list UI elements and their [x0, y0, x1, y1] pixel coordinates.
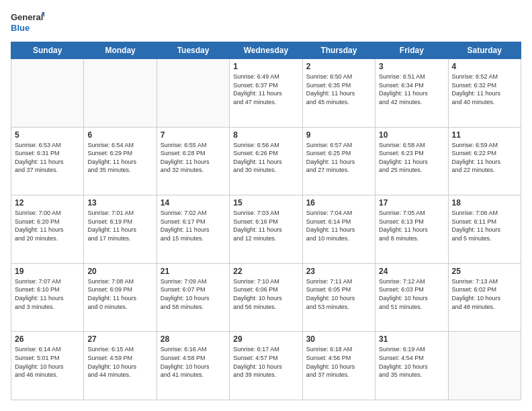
calendar-cell: 3Sunrise: 6:51 AM Sunset: 6:34 PM Daylig…: [375, 59, 448, 128]
day-info: Sunrise: 6:58 AM Sunset: 6:23 PM Dayligh…: [379, 141, 444, 175]
calendar-cell: 5Sunrise: 6:53 AM Sunset: 6:31 PM Daylig…: [11, 127, 84, 195]
day-number: 7: [161, 130, 226, 140]
day-number: 25: [452, 267, 517, 276]
day-number: 18: [452, 198, 517, 208]
day-header-wednesday: Wednesday: [230, 42, 302, 59]
calendar-cell: 30Sunrise: 6:18 AM Sunset: 4:56 PM Dayli…: [302, 332, 375, 400]
day-number: 30: [306, 334, 371, 344]
day-number: 29: [233, 334, 298, 344]
day-header-sunday: Sunday: [11, 42, 84, 59]
calendar-cell: 21Sunrise: 7:09 AM Sunset: 6:07 PM Dayli…: [157, 263, 229, 332]
day-number: 31: [379, 334, 444, 344]
page: General Blue SundayMondayTuesdayWednesda…: [0, 0, 532, 411]
day-info: Sunrise: 7:05 AM Sunset: 6:13 PM Dayligh…: [379, 209, 444, 242]
day-info: Sunrise: 6:55 AM Sunset: 6:28 PM Dayligh…: [161, 141, 226, 175]
day-info: Sunrise: 6:15 AM Sunset: 4:59 PM Dayligh…: [87, 345, 152, 379]
day-number: 20: [87, 267, 152, 276]
day-header-friday: Friday: [375, 42, 448, 59]
day-number: 21: [161, 267, 226, 276]
day-info: Sunrise: 7:07 AM Sunset: 6:10 PM Dayligh…: [15, 277, 80, 311]
day-info: Sunrise: 7:09 AM Sunset: 6:07 PM Dayligh…: [161, 277, 226, 311]
day-number: 17: [379, 198, 444, 208]
day-number: 1: [233, 62, 298, 71]
day-header-tuesday: Tuesday: [157, 42, 229, 59]
day-info: Sunrise: 7:04 AM Sunset: 6:14 PM Dayligh…: [306, 209, 371, 242]
calendar-cell: 31Sunrise: 6:19 AM Sunset: 4:54 PM Dayli…: [375, 332, 448, 400]
logo-svg: General Blue: [11, 11, 44, 35]
calendar-cell: 11Sunrise: 6:59 AM Sunset: 6:22 PM Dayli…: [448, 127, 521, 195]
calendar-header-row: SundayMondayTuesdayWednesdayThursdayFrid…: [11, 42, 521, 59]
day-number: 26: [15, 334, 80, 344]
logo: General Blue: [11, 11, 44, 35]
calendar-cell: 9Sunrise: 6:57 AM Sunset: 6:25 PM Daylig…: [302, 127, 375, 195]
day-info: Sunrise: 7:02 AM Sunset: 6:17 PM Dayligh…: [161, 209, 226, 242]
calendar-cell: 28Sunrise: 6:16 AM Sunset: 4:58 PM Dayli…: [157, 332, 229, 400]
calendar-week-2: 12Sunrise: 7:00 AM Sunset: 6:20 PM Dayli…: [11, 195, 521, 264]
header: General Blue: [11, 11, 521, 35]
calendar-cell: 17Sunrise: 7:05 AM Sunset: 6:13 PM Dayli…: [375, 195, 448, 264]
day-info: Sunrise: 6:52 AM Sunset: 6:32 PM Dayligh…: [452, 73, 517, 106]
calendar-cell: [84, 59, 157, 128]
day-info: Sunrise: 6:54 AM Sunset: 6:29 PM Dayligh…: [87, 141, 152, 175]
day-info: Sunrise: 6:16 AM Sunset: 4:58 PM Dayligh…: [161, 345, 226, 379]
calendar-cell: 2Sunrise: 6:50 AM Sunset: 6:35 PM Daylig…: [302, 59, 375, 128]
day-number: 3: [379, 62, 444, 71]
day-number: 27: [87, 334, 152, 344]
calendar-cell: 19Sunrise: 7:07 AM Sunset: 6:10 PM Dayli…: [11, 263, 84, 332]
day-info: Sunrise: 6:14 AM Sunset: 5:01 PM Dayligh…: [15, 345, 80, 379]
day-number: 4: [452, 62, 517, 71]
day-number: 19: [15, 267, 80, 276]
day-header-thursday: Thursday: [302, 42, 375, 59]
day-info: Sunrise: 6:51 AM Sunset: 6:34 PM Dayligh…: [379, 73, 444, 106]
day-number: 9: [306, 130, 371, 140]
calendar-cell: [448, 332, 521, 400]
calendar-cell: 8Sunrise: 6:56 AM Sunset: 6:26 PM Daylig…: [230, 127, 302, 195]
day-number: 28: [161, 334, 226, 344]
calendar-cell: 1Sunrise: 6:49 AM Sunset: 6:37 PM Daylig…: [230, 59, 302, 128]
day-info: Sunrise: 7:10 AM Sunset: 6:06 PM Dayligh…: [233, 277, 298, 311]
calendar-cell: 22Sunrise: 7:10 AM Sunset: 6:06 PM Dayli…: [230, 263, 302, 332]
day-info: Sunrise: 6:18 AM Sunset: 4:56 PM Dayligh…: [306, 345, 371, 379]
day-info: Sunrise: 6:19 AM Sunset: 4:54 PM Dayligh…: [379, 345, 444, 379]
day-number: 8: [233, 130, 298, 140]
day-header-saturday: Saturday: [448, 42, 521, 59]
calendar-cell: 24Sunrise: 7:12 AM Sunset: 6:03 PM Dayli…: [375, 263, 448, 332]
calendar-cell: 7Sunrise: 6:55 AM Sunset: 6:28 PM Daylig…: [157, 127, 229, 195]
calendar-cell: 12Sunrise: 7:00 AM Sunset: 6:20 PM Dayli…: [11, 195, 84, 264]
day-number: 16: [306, 198, 371, 208]
calendar-cell: 18Sunrise: 7:06 AM Sunset: 6:11 PM Dayli…: [448, 195, 521, 264]
calendar-cell: 15Sunrise: 7:03 AM Sunset: 6:16 PM Dayli…: [230, 195, 302, 264]
calendar-cell: 23Sunrise: 7:11 AM Sunset: 6:05 PM Dayli…: [302, 263, 375, 332]
calendar-table: SundayMondayTuesdayWednesdayThursdayFrid…: [11, 42, 521, 400]
day-info: Sunrise: 7:00 AM Sunset: 6:20 PM Dayligh…: [15, 209, 80, 242]
day-number: 12: [15, 198, 80, 208]
day-info: Sunrise: 6:57 AM Sunset: 6:25 PM Dayligh…: [306, 141, 371, 175]
day-number: 5: [15, 130, 80, 140]
day-number: 10: [379, 130, 444, 140]
day-info: Sunrise: 7:12 AM Sunset: 6:03 PM Dayligh…: [379, 277, 444, 311]
day-info: Sunrise: 6:56 AM Sunset: 6:26 PM Dayligh…: [233, 141, 298, 175]
svg-text:General: General: [11, 12, 43, 22]
day-number: 6: [87, 130, 152, 140]
day-number: 23: [306, 267, 371, 276]
calendar-week-0: 1Sunrise: 6:49 AM Sunset: 6:37 PM Daylig…: [11, 59, 521, 128]
day-number: 2: [306, 62, 371, 71]
calendar-cell: 27Sunrise: 6:15 AM Sunset: 4:59 PM Dayli…: [84, 332, 157, 400]
calendar-week-3: 19Sunrise: 7:07 AM Sunset: 6:10 PM Dayli…: [11, 263, 521, 332]
calendar-week-4: 26Sunrise: 6:14 AM Sunset: 5:01 PM Dayli…: [11, 332, 521, 400]
day-number: 24: [379, 267, 444, 276]
calendar-cell: 16Sunrise: 7:04 AM Sunset: 6:14 PM Dayli…: [302, 195, 375, 264]
day-info: Sunrise: 7:08 AM Sunset: 6:09 PM Dayligh…: [87, 277, 152, 311]
day-info: Sunrise: 6:17 AM Sunset: 4:57 PM Dayligh…: [233, 345, 298, 379]
calendar-cell: 26Sunrise: 6:14 AM Sunset: 5:01 PM Dayli…: [11, 332, 84, 400]
day-info: Sunrise: 6:50 AM Sunset: 6:35 PM Dayligh…: [306, 73, 371, 106]
calendar-cell: 25Sunrise: 7:13 AM Sunset: 6:02 PM Dayli…: [448, 263, 521, 332]
calendar-cell: 4Sunrise: 6:52 AM Sunset: 6:32 PM Daylig…: [448, 59, 521, 128]
day-header-monday: Monday: [84, 42, 157, 59]
calendar-cell: 13Sunrise: 7:01 AM Sunset: 6:19 PM Dayli…: [84, 195, 157, 264]
calendar-cell: 20Sunrise: 7:08 AM Sunset: 6:09 PM Dayli…: [84, 263, 157, 332]
calendar-cell: 14Sunrise: 7:02 AM Sunset: 6:17 PM Dayli…: [157, 195, 229, 264]
calendar-cell: 6Sunrise: 6:54 AM Sunset: 6:29 PM Daylig…: [84, 127, 157, 195]
day-info: Sunrise: 7:01 AM Sunset: 6:19 PM Dayligh…: [87, 209, 152, 242]
calendar-cell: 29Sunrise: 6:17 AM Sunset: 4:57 PM Dayli…: [230, 332, 302, 400]
